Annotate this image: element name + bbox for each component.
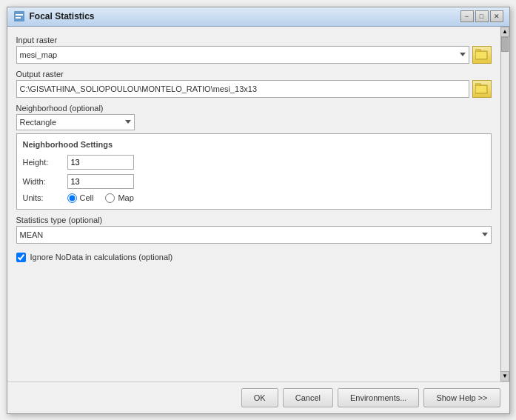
title-controls: − □ ✕ (460, 10, 503, 22)
svg-rect-5 (476, 52, 486, 59)
folder-icon (475, 49, 489, 61)
statistics-group: Statistics type (optional) MEAN MAJORITY… (16, 216, 492, 244)
scroll-track (501, 37, 509, 371)
svg-rect-7 (475, 84, 480, 86)
width-row: Width: (23, 174, 485, 189)
ignore-nodata-checkbox[interactable] (16, 253, 26, 262)
svg-rect-2 (16, 17, 21, 19)
input-raster-dropdown[interactable]: mesi_map (16, 46, 469, 64)
output-raster-input[interactable] (16, 80, 469, 98)
units-cell-option[interactable]: Cell (67, 193, 94, 203)
folder-icon-2 (475, 83, 489, 95)
ignore-nodata-label: Ignore NoData in calculations (optional) (30, 253, 173, 261)
units-map-radio[interactable] (105, 193, 115, 203)
width-label: Width: (23, 177, 67, 186)
neighborhood-label: Neighborhood (optional) (16, 104, 492, 113)
focal-statistics-window: Focal Statistics − □ ✕ Input raster mesi… (7, 7, 510, 414)
spacer (16, 268, 492, 373)
units-radio-group: Cell Map (67, 193, 134, 203)
units-map-option[interactable]: Map (105, 193, 133, 203)
units-map-label: Map (118, 193, 133, 202)
scroll-down-button[interactable]: ▼ (500, 371, 509, 381)
maximize-button[interactable]: □ (475, 10, 489, 22)
title-bar-left: Focal Statistics (13, 10, 95, 22)
height-row: Height: (23, 155, 485, 170)
ignore-nodata-row: Ignore NoData in calculations (optional) (16, 253, 492, 262)
statistics-dropdown[interactable]: MEAN MAJORITY MAXIMUM MEDIAN MINIMUM MIN… (16, 226, 492, 244)
scroll-up-button[interactable]: ▲ (500, 27, 509, 37)
output-raster-label: Output raster (16, 70, 492, 79)
neighborhood-settings-title: Neighborhood Settings (23, 140, 485, 149)
svg-rect-0 (14, 11, 24, 21)
close-button[interactable]: ✕ (490, 10, 503, 22)
input-raster-browse-button[interactable] (472, 46, 492, 64)
environments-button[interactable]: Environments... (338, 388, 419, 407)
units-cell-radio[interactable] (67, 193, 77, 203)
output-raster-row (16, 80, 492, 98)
output-raster-group: Output raster (16, 70, 492, 98)
input-raster-row: mesi_map (16, 46, 492, 64)
units-label: Units: (23, 193, 67, 202)
neighborhood-select-row: Rectangle Circle Annulus Wedge Irregular… (16, 114, 492, 130)
input-raster-label: Input raster (16, 36, 492, 44)
neighborhood-group: Neighborhood (optional) Rectangle Circle… (16, 104, 492, 210)
scroll-thumb[interactable] (501, 37, 509, 52)
minimize-button[interactable]: − (460, 10, 474, 22)
window-title: Focal Statistics (30, 11, 95, 21)
title-bar: Focal Statistics − □ ✕ (7, 7, 509, 27)
svg-rect-8 (476, 86, 486, 93)
height-input[interactable] (67, 155, 134, 170)
svg-rect-1 (16, 14, 23, 16)
height-label: Height: (23, 158, 67, 167)
footer: OK Cancel Environments... Show Help >> (7, 381, 509, 413)
content-area: Input raster mesi_map Out (7, 27, 500, 381)
scrollbar[interactable]: ▲ ▼ (500, 27, 509, 381)
width-input[interactable] (67, 174, 134, 189)
app-icon (13, 10, 25, 22)
main-body: Input raster mesi_map Out (7, 27, 509, 381)
statistics-label: Statistics type (optional) (16, 216, 492, 224)
show-help-button[interactable]: Show Help >> (423, 388, 500, 407)
cancel-button[interactable]: Cancel (283, 388, 333, 407)
neighborhood-dropdown[interactable]: Rectangle Circle Annulus Wedge Irregular… (16, 114, 135, 130)
input-raster-group: Input raster mesi_map (16, 36, 492, 64)
output-raster-browse-button[interactable] (472, 80, 492, 98)
svg-rect-4 (475, 50, 480, 52)
units-row: Units: Cell Map (23, 193, 485, 203)
units-cell-label: Cell (80, 193, 94, 202)
ok-button[interactable]: OK (241, 388, 278, 407)
neighborhood-settings-box: Neighborhood Settings Height: Width: (16, 133, 492, 210)
